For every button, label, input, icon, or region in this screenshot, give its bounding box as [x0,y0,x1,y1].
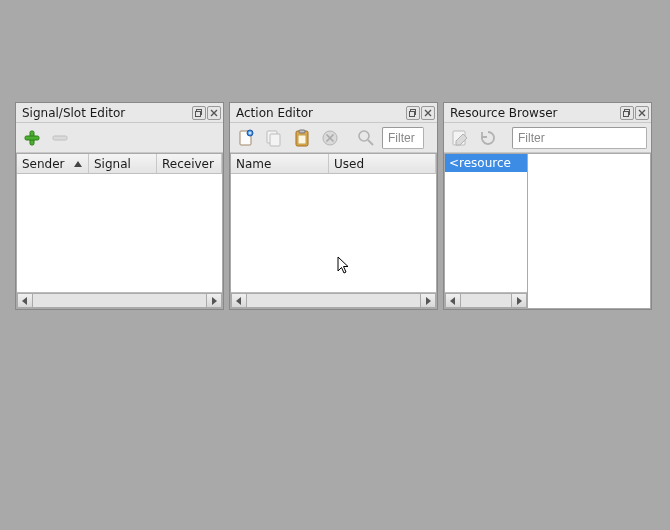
reload-button[interactable] [476,126,500,150]
filter-input[interactable] [382,127,424,149]
resource-preview[interactable] [528,153,651,309]
scroll-right-icon[interactable] [511,293,527,308]
restore-icon[interactable] [620,106,634,120]
scroll-left-icon[interactable] [17,293,33,308]
svg-rect-6 [410,111,415,116]
column-receiver[interactable]: Receiver [157,154,222,173]
titlebar[interactable]: Action Editor [230,103,437,123]
resource-tree[interactable]: <resource [444,153,528,309]
configure-icon[interactable] [354,126,378,150]
filter-input[interactable] [512,127,647,149]
svg-rect-10 [270,134,280,146]
svg-rect-4 [53,136,67,140]
svg-rect-17 [624,111,629,116]
add-button[interactable] [20,126,44,150]
scroll-right-icon[interactable] [206,293,222,308]
h-scrollbar[interactable] [231,292,436,308]
table-body[interactable] [17,174,222,292]
signal-slot-editor-panel: Signal/Slot Editor Sender Signal Receive… [15,102,224,310]
close-icon[interactable] [635,106,649,120]
paste-action-button[interactable] [290,126,314,150]
scroll-left-icon[interactable] [445,293,461,308]
restore-icon[interactable] [406,106,420,120]
remove-button[interactable] [48,126,72,150]
action-table: Name Used [230,153,437,309]
h-scrollbar[interactable] [17,292,222,308]
svg-rect-3 [25,136,39,140]
column-sender[interactable]: Sender [17,154,89,173]
restore-icon[interactable] [192,106,206,120]
column-used[interactable]: Used [329,154,436,173]
resource-browser-panel: Resource Browser <resource [443,102,652,310]
table-header: Sender Signal Receiver [17,154,222,174]
scroll-track[interactable] [33,293,206,308]
tree-root-item[interactable]: <resource [445,154,527,172]
column-name[interactable]: Name [231,154,329,173]
signal-slot-table: Sender Signal Receiver [16,153,223,309]
svg-point-15 [359,131,369,141]
panel-title: Action Editor [236,106,405,120]
panel-title: Signal/Slot Editor [22,106,191,120]
toolbar [230,123,437,153]
svg-rect-1 [196,111,201,116]
delete-action-button[interactable] [318,126,342,150]
table-body[interactable] [231,174,436,292]
svg-rect-12 [299,130,305,133]
toolbar [16,123,223,153]
edit-resources-button[interactable] [448,126,472,150]
scroll-track[interactable] [461,293,511,308]
close-icon[interactable] [207,106,221,120]
titlebar[interactable]: Signal/Slot Editor [16,103,223,123]
new-action-button[interactable] [234,126,258,150]
scroll-left-icon[interactable] [231,293,247,308]
copy-action-button[interactable] [262,126,286,150]
scroll-track[interactable] [247,293,420,308]
resource-view: <resource [444,153,651,309]
toolbar [444,123,651,153]
action-editor-panel: Action Editor [229,102,438,310]
scroll-right-icon[interactable] [420,293,436,308]
svg-rect-13 [298,135,306,144]
table-header: Name Used [231,154,436,174]
close-icon[interactable] [421,106,435,120]
titlebar[interactable]: Resource Browser [444,103,651,123]
panel-title: Resource Browser [450,106,619,120]
column-signal[interactable]: Signal [89,154,157,173]
h-scrollbar[interactable] [445,292,527,308]
